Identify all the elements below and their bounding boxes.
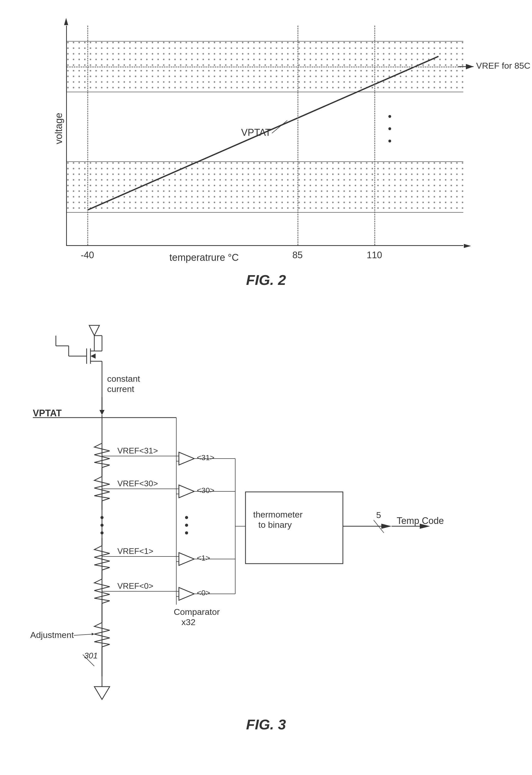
svg-text:<30>: <30> [197, 486, 214, 495]
ellipsis-dots: ••• [388, 110, 392, 147]
svg-text:<31>: <31> [197, 453, 214, 462]
svg-text:301: 301 [84, 651, 98, 660]
svg-point-68 [185, 516, 188, 519]
svg-text:<1>: <1> [197, 554, 210, 562]
vdd-triangle [89, 325, 99, 335]
x-label-85: 85 [293, 250, 303, 260]
svg-text:VREF<31>: VREF<31> [117, 446, 158, 455]
svg-text:VREF<30>: VREF<30> [117, 479, 158, 488]
svg-point-69 [185, 524, 188, 527]
page: voltage [0, 0, 532, 775]
bottom-dotted-band [67, 161, 463, 213]
vdash-40 [87, 26, 88, 245]
svg-point-32 [100, 516, 103, 519]
x-label-40: -40 [81, 250, 94, 260]
svg-text:<0>: <0> [197, 589, 210, 597]
svg-marker-71 [179, 553, 194, 566]
svg-line-41 [74, 634, 93, 635]
x-axis-title: temperatrure °C [169, 252, 239, 263]
svg-text:VPTAT: VPTAT [33, 408, 62, 419]
y-axis-label: voltage [53, 113, 64, 144]
svg-point-34 [100, 531, 103, 535]
svg-marker-25 [99, 410, 104, 415]
svg-text:VREF for 85C: VREF for 85C [476, 61, 530, 70]
svg-marker-42 [92, 633, 94, 635]
vdash-110 [374, 26, 375, 245]
svg-text:VREF<0>: VREF<0> [117, 581, 153, 591]
svg-text:VPTAT: VPTAT [241, 127, 271, 138]
svg-text:constant: constant [107, 374, 140, 383]
svg-text:Adjustment: Adjustment [30, 630, 74, 640]
x-label-110: 110 [367, 250, 382, 260]
fig2-label: FIG. 2 [35, 271, 497, 288]
svg-rect-3 [67, 162, 463, 212]
svg-text:current: current [107, 384, 134, 394]
svg-text:5: 5 [376, 510, 381, 520]
fig3-label: FIG. 3 [23, 716, 509, 733]
svg-point-70 [185, 531, 188, 535]
svg-marker-73 [179, 588, 194, 600]
svg-text:x32: x32 [181, 617, 195, 627]
graph-area: VPTAT -40 85 110 temperatrure °C [66, 26, 463, 246]
svg-point-33 [100, 524, 103, 527]
svg-text:VREF<1>: VREF<1> [117, 547, 153, 556]
svg-marker-46 [94, 687, 110, 699]
svg-marker-89 [381, 524, 392, 529]
fig2-container: voltage [35, 26, 497, 307]
fig3-container: constant current VPTAT [23, 323, 509, 733]
svg-text:Comparator: Comparator [174, 607, 220, 617]
svg-text:to binary: to binary [258, 520, 292, 530]
svg-text:thermometer: thermometer [253, 510, 303, 519]
svg-marker-18 [90, 353, 96, 359]
vdash-85 [298, 26, 298, 245]
svg-marker-66 [179, 485, 194, 498]
svg-marker-64 [179, 452, 194, 465]
hdash-vref85 [67, 67, 463, 67]
